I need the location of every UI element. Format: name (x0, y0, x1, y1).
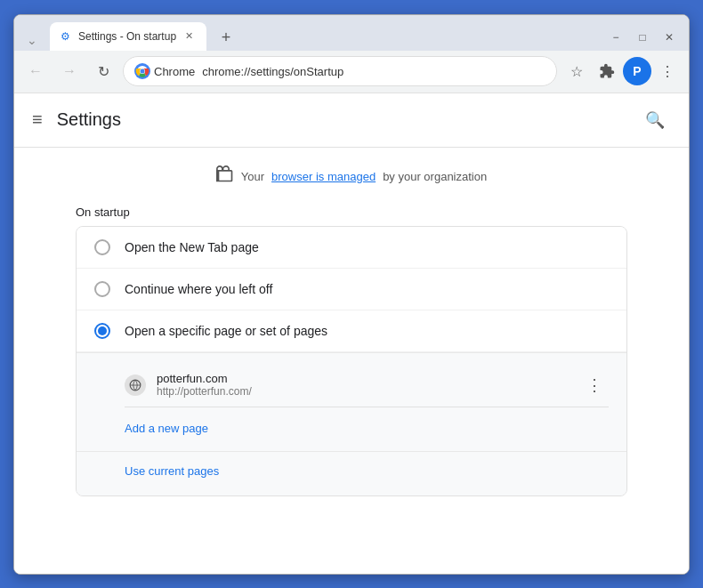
more-menu-button[interactable]: ⋮ (653, 57, 682, 85)
page-menu-button[interactable]: ⋮ (580, 371, 609, 399)
extensions-icon (599, 63, 615, 79)
maximize-button[interactable]: □ (630, 28, 655, 47)
tab-title: Settings - On startup (78, 30, 176, 43)
option-new-tab-label: Open the New Tab page (125, 240, 259, 254)
tab-close-button[interactable]: ✕ (182, 29, 196, 44)
forward-button[interactable]: → (55, 57, 84, 85)
active-tab[interactable]: ⚙ Settings - On startup ✕ (50, 22, 206, 51)
tab-bar: ⌄ ⚙ Settings - On startup ✕ + − □ ✕ (14, 15, 689, 51)
profile-button[interactable]: P (623, 57, 651, 85)
svg-point-3 (141, 69, 145, 74)
use-current-section: Use current pages (77, 451, 626, 495)
window-controls: − □ ✕ (603, 28, 682, 51)
tab-favicon: ⚙ (61, 30, 73, 43)
managed-text-before: Your (241, 170, 264, 183)
settings-page: ≡ Settings 🔍 Your browser is managed by … (14, 93, 689, 574)
menu-icon[interactable]: ≡ (32, 109, 43, 130)
chrome-logo: Chrome (134, 63, 195, 79)
nav-right-controls: ☆ P ⋮ (562, 57, 682, 85)
managed-text-after: by your organization (383, 170, 487, 183)
browser-window: ⌄ ⚙ Settings - On startup ✕ + − □ ✕ ← → … (13, 14, 690, 575)
option-specific-page[interactable]: Open a specific page or set of pages (77, 310, 626, 352)
address-bar[interactable]: Chrome chrome://settings/onStartup (123, 56, 557, 86)
settings-search-button[interactable]: 🔍 (639, 104, 671, 136)
settings-title: Settings (57, 109, 625, 130)
radio-specific-page[interactable] (94, 323, 110, 339)
option-continue-label: Continue where you left off (125, 282, 272, 296)
managed-icon (216, 165, 234, 188)
extensions-button[interactable] (593, 57, 621, 85)
page-entry: potterfun.com http://potterfun.com/ ⋮ (125, 364, 609, 407)
option-specific-page-label: Open a specific page or set of pages (125, 324, 327, 338)
radio-new-tab[interactable] (94, 239, 110, 255)
bookmark-button[interactable]: ☆ (562, 57, 591, 85)
close-button[interactable]: ✕ (657, 28, 682, 47)
settings-header: ≡ Settings 🔍 (14, 93, 689, 148)
managed-notice: Your browser is managed by your organiza… (76, 165, 627, 188)
chrome-icon (134, 63, 150, 79)
use-current-pages-link[interactable]: Use current pages (125, 459, 219, 483)
chrome-label: Chrome (154, 65, 195, 78)
managed-link[interactable]: browser is managed (271, 170, 376, 183)
option-continue[interactable]: Continue where you left off (77, 269, 626, 310)
reload-button[interactable]: ↻ (89, 57, 117, 85)
page-url: http://potterfun.com/ (157, 385, 570, 398)
address-url: chrome://settings/onStartup (202, 65, 545, 78)
minimize-button[interactable]: − (603, 28, 628, 47)
startup-options-card: Open the New Tab page Continue where you… (76, 226, 627, 496)
settings-body: Your browser is managed by your organiza… (40, 148, 663, 514)
section-title: On startup (76, 205, 627, 219)
page-favicon (125, 375, 146, 396)
nav-bar: ← → ↻ Chrome chrome://settings/onStartup (14, 51, 689, 93)
back-button[interactable]: ← (21, 57, 50, 85)
tab-scroll-left[interactable]: ⌄ (21, 29, 43, 51)
new-tab-button[interactable]: + (214, 26, 238, 51)
startup-pages-section: potterfun.com http://potterfun.com/ ⋮ Ad… (77, 352, 626, 451)
page-info: potterfun.com http://potterfun.com/ (157, 372, 570, 398)
radio-continue[interactable] (94, 281, 110, 297)
page-name: potterfun.com (157, 372, 570, 385)
add-new-page-link[interactable]: Add a new page (125, 416, 208, 440)
option-new-tab[interactable]: Open the New Tab page (77, 227, 626, 269)
